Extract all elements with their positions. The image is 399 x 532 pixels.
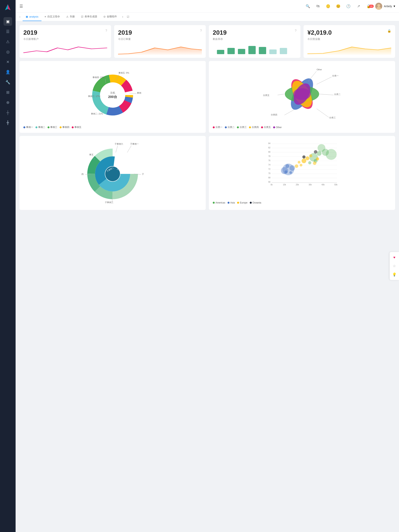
svg-text:68: 68 bbox=[268, 177, 270, 179]
kpi-row: 2019 ? 今日新增客户 2019 ? 今日订单量 bbox=[19, 25, 395, 58]
kpi-new-customers-value: 2019 bbox=[23, 29, 37, 36]
export-button[interactable]: ↗ bbox=[355, 3, 362, 10]
svg-line-40 bbox=[317, 77, 332, 84]
kpi-revenue-info[interactable]: 🔒 bbox=[387, 29, 391, 33]
tab-analysis[interactable]: ▣ analysis bbox=[23, 13, 41, 21]
legend-dot-5 bbox=[72, 126, 74, 128]
clock-button[interactable]: 🕐 bbox=[345, 3, 352, 10]
float-star-button[interactable]: ☆ bbox=[391, 263, 398, 269]
legend-dot-4 bbox=[60, 126, 62, 128]
tab-amount[interactable]: ⊙ 金额组件 bbox=[100, 13, 120, 21]
svg-point-4 bbox=[377, 4, 380, 7]
tab-bar: ‹ ▣ analysis ≡ 自定义指令 ⚠ 失败 ☑ 表单生成器 ⊙ 金额组件… bbox=[16, 13, 399, 21]
app-logo[interactable] bbox=[3, 3, 13, 13]
svg-point-112 bbox=[305, 156, 309, 160]
charts-row-2: 子事例六 子事例一 事五 四 子事例三 子 大事例二 bbox=[19, 136, 395, 210]
rose-legend-dot-4 bbox=[249, 126, 251, 128]
shop-button[interactable]: 🛍 bbox=[315, 3, 322, 10]
tab-custom[interactable]: ≡ 自定义指令 bbox=[41, 13, 63, 21]
kpi-new-customers: 2019 ? 今日新增客户 bbox=[19, 25, 111, 58]
sidebar-item-puzzle[interactable]: ⊕ bbox=[4, 98, 12, 107]
sidebar-item-grid[interactable]: ⊞ bbox=[4, 88, 12, 97]
tab-form[interactable]: ☑ 表单生成器 bbox=[78, 13, 100, 21]
svg-text:四: 四 bbox=[81, 173, 84, 175]
sunburst-chart-card: 子事例六 子事例一 事五 四 子事例三 子 大事例二 bbox=[19, 136, 206, 210]
donut-chart-card: 主机 200台 事例五: 9% 事例四: 13% 事例三: 17% 事例二: 2… bbox=[19, 61, 206, 133]
sidebar-item-dashboard[interactable]: ▣ bbox=[4, 17, 12, 26]
menu-toggle-button[interactable]: ☰ bbox=[19, 4, 23, 9]
rose-legend-dot-1 bbox=[213, 126, 215, 128]
rose-legend-item-6: Other bbox=[273, 126, 282, 129]
svg-text:分类四: 分类四 bbox=[271, 114, 277, 116]
legend-dot-3 bbox=[48, 126, 50, 128]
sidebar-item-orders[interactable]: ☰ bbox=[4, 27, 12, 36]
svg-text:74: 74 bbox=[268, 164, 270, 166]
kpi-revenue-value: ¥2,019.0 bbox=[308, 29, 332, 36]
legend-item-3: 事例三 bbox=[48, 126, 57, 129]
svg-text:50k: 50k bbox=[334, 184, 338, 186]
svg-text:事五: 事五 bbox=[89, 153, 94, 156]
svg-line-58 bbox=[116, 146, 118, 152]
sidebar-item-close[interactable]: ✕ bbox=[4, 58, 12, 66]
scatter-chart-card: 84 82 80 78 76 74 72 70 68 66 bbox=[209, 136, 395, 210]
rose-chart-container: Other 分类一 分类二 分类三 分类四 分类五 bbox=[213, 65, 391, 123]
float-panel: ♥ ☆ 💡 bbox=[390, 252, 399, 280]
svg-text:主机: 主机 bbox=[110, 91, 115, 94]
sidebar-item-plus2[interactable]: ╋ bbox=[4, 118, 12, 127]
svg-rect-12 bbox=[280, 48, 287, 54]
scatter-legend: Americas Asia Europe Oceania bbox=[213, 201, 391, 204]
svg-point-114 bbox=[313, 161, 316, 165]
kpi-new-customers-info[interactable]: ? bbox=[105, 29, 107, 32]
svg-point-110 bbox=[308, 161, 311, 164]
svg-line-42 bbox=[320, 94, 334, 95]
svg-text:0k: 0k bbox=[270, 184, 273, 186]
fail-tab-icon: ⚠ bbox=[66, 15, 69, 18]
svg-line-46 bbox=[284, 110, 294, 115]
rose-legend-dot-5 bbox=[261, 126, 263, 128]
coin-button[interactable]: 🪙 bbox=[325, 3, 332, 10]
tab-fail[interactable]: ⚠ 失败 bbox=[63, 13, 78, 21]
rose-legend: 分类一 分类二 分类三 分类四 bbox=[213, 126, 391, 129]
kpi-orders-label: 今日订单量 bbox=[118, 37, 202, 41]
donut-legend: 事例一 事例二 事例三 事例四 bbox=[23, 126, 202, 129]
svg-rect-10 bbox=[259, 47, 266, 54]
sidebar-item-plus1[interactable]: ┼ bbox=[4, 108, 12, 117]
float-heart-button[interactable]: ♥ bbox=[391, 254, 398, 260]
kpi-new-customers-label: 今日新增客户 bbox=[23, 37, 107, 41]
svg-text:子: 子 bbox=[142, 173, 144, 175]
search-button[interactable]: 🔍 bbox=[304, 3, 311, 10]
kpi-orders-info[interactable]: ? bbox=[200, 29, 202, 32]
kpi-revenue: ¥2,019.0 🔒 今日营业额 bbox=[303, 25, 395, 58]
rose-legend-item-2: 分类二 bbox=[225, 126, 235, 129]
tab-prev-button[interactable]: ‹ bbox=[17, 13, 23, 21]
svg-text:78: 78 bbox=[268, 155, 270, 157]
sidebar-item-user[interactable]: 👤 bbox=[4, 68, 12, 76]
sidebar: ▣ ☰ ⚠ ◎ ✕ 👤 🔧 ⊞ ⊕ ┼ ╋ bbox=[0, 0, 16, 532]
svg-point-103 bbox=[289, 171, 292, 174]
user-profile-button[interactable]: Artiely ▾ bbox=[375, 3, 395, 10]
main-content: 2019 ? 今日新增客户 2019 ? 今日订单量 bbox=[16, 21, 399, 532]
tab-more-button[interactable]: › bbox=[120, 13, 125, 21]
legend-item-2: 事例二 bbox=[35, 126, 45, 129]
rose-legend-item-1: 分类一 bbox=[213, 126, 223, 129]
float-bulb-button[interactable]: 💡 bbox=[391, 272, 398, 278]
svg-text:66: 66 bbox=[268, 181, 270, 183]
svg-point-113 bbox=[309, 154, 312, 157]
svg-text:子事例三: 子事例三 bbox=[105, 201, 113, 203]
kpi-inventory-info[interactable]: ? bbox=[295, 29, 296, 32]
face-button[interactable]: 😊 bbox=[335, 3, 342, 10]
sidebar-item-wifi[interactable]: ◎ bbox=[4, 48, 12, 56]
sidebar-item-alerts[interactable]: ⚠ bbox=[4, 37, 12, 46]
kpi-inventory-value: 2019 bbox=[213, 29, 227, 36]
main-area: ☰ 🔍 🛍 🪙 😊 🕐 ↗ 🔒 99 Artiely ▾ ‹ bbox=[16, 0, 399, 532]
sunburst-chart-container: 子事例六 子事例一 事五 四 子事例三 子 大事例二 bbox=[23, 140, 202, 206]
rose-legend-dot-3 bbox=[237, 126, 239, 128]
legend-item-1: 事例一 bbox=[23, 126, 33, 129]
svg-text:200台: 200台 bbox=[108, 95, 117, 99]
svg-point-118 bbox=[298, 161, 300, 164]
kpi-orders-chart bbox=[118, 44, 202, 55]
scatter-legend-oceania: Oceania bbox=[250, 201, 261, 204]
sidebar-item-tools[interactable]: 🔧 bbox=[4, 78, 12, 86]
scatter-legend-americas: Americas bbox=[213, 201, 225, 204]
svg-rect-6 bbox=[217, 50, 225, 54]
